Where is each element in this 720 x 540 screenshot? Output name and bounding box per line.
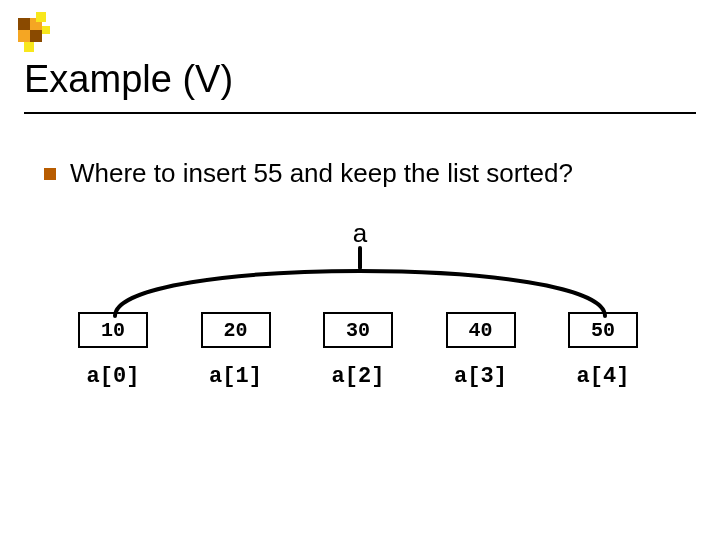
bullet-text: Where to insert 55 and keep the list sor… [70,158,573,189]
array-index-label: a[1] [201,364,271,389]
array-index-label: a[4] [568,364,638,389]
array-index-label: a[3] [446,364,516,389]
array-cell: 10 [78,312,148,348]
array-index-label: a[2] [323,364,393,389]
array-indices: a[0] a[1] a[2] a[3] a[4] [78,364,638,389]
slide-title: Example (V) [24,58,233,101]
array-cell: 20 [201,312,271,348]
array-cell: 30 [323,312,393,348]
title-underline [24,112,696,114]
array-span-arc [0,238,720,318]
array-cell: 40 [446,312,516,348]
array-index-label: a[0] [78,364,148,389]
array-cell: 50 [568,312,638,348]
slide-logo [18,12,66,60]
square-bullet-icon [44,168,56,180]
bullet-row: Where to insert 55 and keep the list sor… [44,158,573,189]
array-cells: 10 20 30 40 50 [78,312,638,348]
